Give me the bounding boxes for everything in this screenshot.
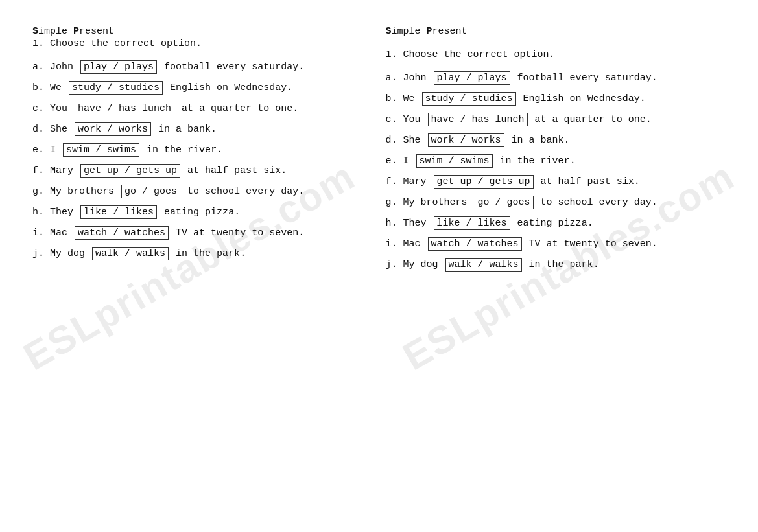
item-box: watch / watches [75, 226, 169, 240]
item-box: get up / gets up [434, 175, 534, 189]
list-item: h. They like / likes eating pizza. [386, 216, 713, 231]
item-before: My dog [50, 248, 85, 259]
item-box: like / likes [80, 205, 157, 219]
item-box: like / likes [434, 216, 510, 230]
right-instruction-num: 1. [386, 49, 397, 60]
item-after: English on Wednesday. [523, 93, 646, 104]
item-box: study / studies [69, 81, 163, 95]
item-before: You [50, 103, 67, 114]
right-instruction-text: Choose the correct option. [403, 49, 555, 60]
item-after: in a bank. [158, 124, 217, 135]
item-before: John [403, 73, 427, 84]
list-item: h. They like / likes eating pizza. [32, 205, 360, 220]
item-before: We [403, 93, 415, 104]
item-letter: e. [32, 145, 44, 156]
item-after: TV at twenty to seven. [176, 227, 304, 238]
list-item: d. She work / works in a bank. [32, 122, 360, 137]
item-letter: j. [386, 259, 397, 270]
item-box: study / studies [422, 92, 516, 106]
right-column: Simple Present 1. Choose the correct opt… [379, 26, 733, 278]
item-box: go / goes [475, 196, 534, 209]
item-after: in the river. [500, 156, 576, 167]
item-after: to school every day. [187, 186, 304, 197]
item-letter: b. [386, 93, 397, 104]
left-title-normal2: resent [79, 26, 114, 37]
item-letter: g. [386, 197, 397, 208]
left-instruction-num: 1. [32, 38, 44, 49]
item-letter: h. [32, 207, 44, 218]
left-column: Simple Present 1. Choose the correct opt… [26, 26, 379, 278]
item-before: Mary [403, 176, 427, 187]
item-after: to school every day. [541, 197, 657, 208]
list-item: a. John play / plays football every satu… [32, 60, 360, 75]
item-after: in the park. [529, 259, 599, 270]
right-items: a. John play / plays football every satu… [386, 71, 713, 273]
list-item: e. I swim / swims in the river. [32, 143, 360, 158]
item-before: I [403, 156, 409, 167]
list-item: b. We study / studies English on Wednesd… [32, 80, 360, 96]
left-title-normal1: imple [38, 26, 73, 37]
item-letter: f. [32, 165, 44, 176]
item-after: at a quarter to one. [182, 103, 298, 114]
item-box: swim / swims [63, 143, 139, 157]
item-box: watch / watches [428, 237, 522, 251]
item-letter: e. [386, 156, 397, 167]
item-letter: i. [32, 227, 44, 238]
left-instruction: 1. Choose the correct option. [32, 38, 360, 49]
item-before: You [403, 114, 421, 125]
list-item: a. John play / plays football every satu… [386, 71, 713, 86]
list-item: i. Mac watch / watches TV at twenty to s… [32, 226, 360, 241]
item-before: They [50, 207, 73, 218]
item-before: My brothers [50, 186, 114, 197]
item-letter: f. [386, 176, 397, 187]
item-before: My dog [403, 259, 438, 270]
item-letter: h. [386, 218, 397, 229]
item-letter: c. [32, 103, 44, 114]
item-after: eating pizza. [517, 218, 593, 229]
list-item: g. My brothers go / goes to school every… [32, 184, 360, 200]
left-instruction-text: Choose the correct option. [50, 38, 202, 49]
right-title: Simple Present [386, 26, 713, 37]
item-box: work / works [75, 122, 151, 136]
list-item: d. She work / works in a bank. [386, 133, 713, 148]
item-box: go / goes [121, 185, 180, 198]
list-item: g. My brothers go / goes to school every… [386, 195, 713, 211]
right-title-bold1: S [386, 26, 392, 37]
item-after: football every saturday. [517, 73, 657, 84]
item-after: in a bank. [512, 135, 570, 146]
right-instruction: 1. Choose the correct option. [386, 38, 713, 60]
item-letter: i. [386, 238, 397, 249]
left-title-bold1: S [32, 26, 38, 37]
list-item: e. I swim / swims in the river. [386, 154, 713, 169]
item-letter: g. [32, 186, 44, 197]
item-box: play / plays [434, 71, 510, 85]
item-box: work / works [428, 133, 504, 147]
item-before: She [50, 124, 67, 135]
right-title-normal1: imple [392, 26, 427, 37]
item-after: football every saturday. [164, 62, 304, 73]
right-title-normal2: resent [432, 26, 468, 37]
list-item: j. My dog walk / walks in the park. [386, 257, 713, 273]
item-before: Mac [50, 227, 67, 238]
list-item: j. My dog walk / walks in the park. [32, 246, 360, 262]
item-letter: a. [32, 62, 44, 73]
item-box: have / has lunch [75, 102, 174, 115]
item-before: I [50, 145, 56, 156]
item-box: play / plays [80, 60, 157, 74]
item-after: at half past six. [187, 165, 287, 176]
list-item: c. You have / has lunch at a quarter to … [386, 112, 713, 128]
item-before: Mary [50, 165, 73, 176]
right-title-bold2: P [427, 26, 432, 37]
item-before: They [403, 218, 427, 229]
item-before: John [50, 62, 73, 73]
item-box: walk / walks [445, 258, 522, 272]
item-before: We [50, 82, 62, 93]
item-after: in the river. [147, 145, 222, 156]
item-box: walk / walks [92, 247, 169, 260]
item-letter: d. [386, 135, 397, 146]
item-after: at a quarter to one. [535, 114, 652, 125]
item-letter: b. [32, 82, 44, 93]
item-letter: j. [32, 248, 44, 259]
item-box: get up / gets up [80, 164, 180, 178]
left-title-bold2: P [73, 26, 79, 37]
